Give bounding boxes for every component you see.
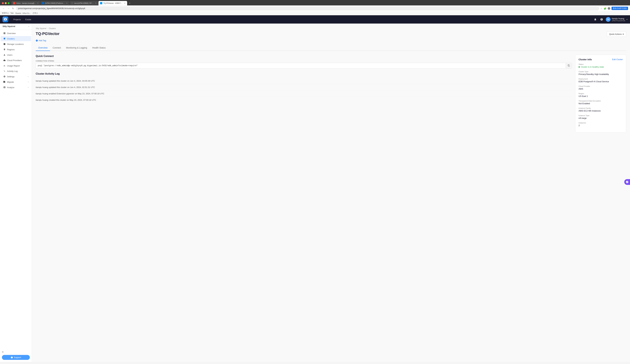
profile-icon[interactable] (608, 7, 610, 10)
reload-update-button[interactable]: 重新启动即可更新 (612, 7, 628, 10)
nav-estate[interactable]: Estate (24, 17, 33, 22)
sidebar-settings-label: Settings (7, 75, 14, 78)
sidebar-item-clusters[interactable]: Clusters (1, 36, 31, 41)
address-bar: ← → ↻ ☆ 🧩 重新启动即可更新 (0, 5, 630, 11)
quick-actions-button[interactable]: Quick Actions ▾ (607, 31, 626, 37)
notifications-button[interactable] (593, 17, 598, 22)
status-badge: Cluster is in healthy state (578, 66, 623, 68)
browser-chrome: Inbox - tianqiu.huang@enter... ✕ [UPM-33… (0, 0, 630, 15)
info-row-cloud-provider: Cloud Provider AWS (578, 85, 623, 90)
tab-close-1[interactable]: ✕ (37, 2, 38, 4)
bell-icon (594, 18, 597, 21)
sidebar-item-settings[interactable]: Settings › (1, 74, 31, 79)
traffic-light-yellow[interactable] (5, 2, 7, 4)
traffic-lights (2, 2, 10, 4)
project-name: Silly Squirrel (2, 25, 15, 27)
nav-projects[interactable]: Projects (12, 17, 23, 22)
sidebar-item-overview[interactable]: Overview (1, 31, 31, 36)
tab-close-4[interactable]: ✕ (124, 2, 126, 4)
tab-monitoring[interactable]: Monitoring & Logging (64, 45, 90, 51)
activity-item-1: tianqiu huang updated this cluster on Ju… (36, 78, 572, 84)
support-button[interactable]: Support (2, 355, 30, 360)
sidebar-item-migrate[interactable]: Migrate › (1, 79, 31, 84)
activity-item-3: tianqiu huang enabled Extension pgvector… (36, 91, 572, 97)
address-input[interactable] (16, 6, 599, 10)
grid-icon (3, 32, 6, 34)
sidebar-project[interactable]: Silly Squirrel › (0, 23, 32, 29)
app-header: Projects Estate TH tianqiu huang UPM Pro… (0, 15, 630, 23)
browser-tab-3[interactable]: docs(UPM-33868): RFC to s... ✕ (70, 1, 98, 5)
sidebar-item-storage-locations[interactable]: Storage Locations (1, 41, 31, 47)
info-row-status: Status Cluster is in healthy state (578, 63, 623, 68)
sidebar-item-activity-log[interactable]: Activity Log (1, 69, 31, 74)
hamburger-menu-button[interactable]: ≡ (2, 350, 4, 354)
forward-button[interactable]: → (7, 7, 10, 10)
user-profile[interactable]: TH tianqiu huang UPM Prod BYOA ▾ (606, 17, 628, 22)
logo-icon (4, 18, 7, 21)
tab-label-4: TQ-PGVector - EDB Postgre... (103, 2, 123, 4)
deployment-value: EDB Postgres® AI Cloud Service (578, 80, 623, 83)
breadcrumb-project[interactable]: Silly Squirrel (36, 27, 46, 30)
tab-connect[interactable]: Connect (50, 45, 64, 51)
support-icon (11, 356, 13, 359)
app-logo[interactable] (2, 16, 8, 22)
assistant-icon (626, 181, 628, 183)
add-tag-label: Add Tag (38, 39, 46, 42)
browser-tab-1[interactable]: Inbox - tianqiu.huang@enter... ✕ (12, 1, 40, 5)
sidebar-item-usage-report[interactable]: Usage Report (1, 63, 31, 68)
content-grid: Quick Connect CONNECTION STRING Cluster … (36, 55, 626, 133)
add-tab-button[interactable]: + (128, 1, 132, 5)
traffic-light-green[interactable] (8, 2, 10, 4)
copy-button[interactable] (566, 63, 572, 68)
bookmark-item-3[interactable]: 已导入 (33, 12, 38, 14)
traffic-light-red[interactable] (2, 2, 4, 4)
settings-chevron-icon: › (28, 75, 28, 78)
activity-item-4: tianqiu huang created this cluster on Ma… (36, 97, 572, 103)
app-container: Projects Estate TH tianqiu huang UPM Pro… (0, 15, 630, 362)
header-right: TH tianqiu huang UPM Prod BYOA ▾ (593, 17, 628, 22)
add-tag-button[interactable]: Add Tag (36, 39, 626, 42)
project-chevron-icon: › (28, 25, 29, 27)
browser-tab-2[interactable]: [UPM-33868] [Platform] - Ri... ✕ (40, 1, 69, 5)
cloud-provider-label: Cloud Provider (578, 85, 623, 87)
server-icon (3, 37, 6, 40)
analyze-chevron-icon: › (28, 86, 28, 88)
sidebar-overview-label: Overview (7, 32, 16, 34)
user-chevron-icon: ▾ (626, 18, 628, 20)
tab-close-3[interactable]: ✕ (95, 2, 96, 4)
sidebar-storage-label: Storage Locations (7, 43, 24, 45)
reload-button[interactable]: ↻ (12, 7, 15, 10)
info-row-region: Region US East 1 (578, 93, 623, 97)
support-label: Support (14, 356, 21, 359)
help-button[interactable] (600, 17, 604, 22)
sidebar-item-cloud-providers[interactable]: Cloud Providers (1, 58, 31, 63)
tab-health[interactable]: Health Status (90, 45, 108, 51)
page-tabs: Overview Connect Monitoring & Logging He… (36, 45, 626, 51)
region-label: Region (578, 93, 623, 95)
connection-string-label: CONNECTION STRING (36, 60, 572, 62)
extensions-icon[interactable]: 🧩 (604, 7, 606, 10)
info-row-deployment: Deployment EDB Postgres® AI Cloud Servic… (578, 78, 623, 83)
bookmark-star-icon[interactable]: ☆ (600, 7, 602, 10)
browser-tab-4[interactable]: TQ-PGVector - EDB Postgre... ✕ (98, 1, 127, 5)
sidebar-item-users[interactable]: Users (1, 52, 31, 57)
bookmark-item-1[interactable]: 管理中心 · Tale (2, 12, 14, 14)
user-avatar: TH (606, 17, 610, 22)
sidebar-item-analyze[interactable]: Analyze › (1, 85, 31, 90)
user-name: tianqiu huang (612, 17, 625, 20)
tab-overview[interactable]: Overview (36, 45, 50, 51)
sidebar-item-regions[interactable]: Regions (1, 47, 31, 52)
connection-string-container (36, 63, 572, 69)
edit-cluster-link[interactable]: Edit Cluster (612, 58, 623, 61)
info-row-tde: Transparent Data Encryption Not Enabled (578, 100, 623, 105)
map-pin-icon (3, 48, 6, 51)
back-button[interactable]: ← (2, 7, 6, 10)
sidebar-clusters-label: Clusters (7, 37, 15, 40)
connection-string-input[interactable] (36, 63, 566, 68)
status-dot-icon (578, 66, 580, 68)
bookmark-item-2[interactable]: Boards · Infra+Co... (16, 12, 31, 14)
tab-close-2[interactable]: ✕ (66, 2, 68, 4)
floating-assistant-button[interactable] (624, 179, 630, 185)
sidebar-cloud-label: Cloud Providers (7, 59, 22, 62)
sidebar: Silly Squirrel › Overview Clusters (0, 23, 32, 362)
